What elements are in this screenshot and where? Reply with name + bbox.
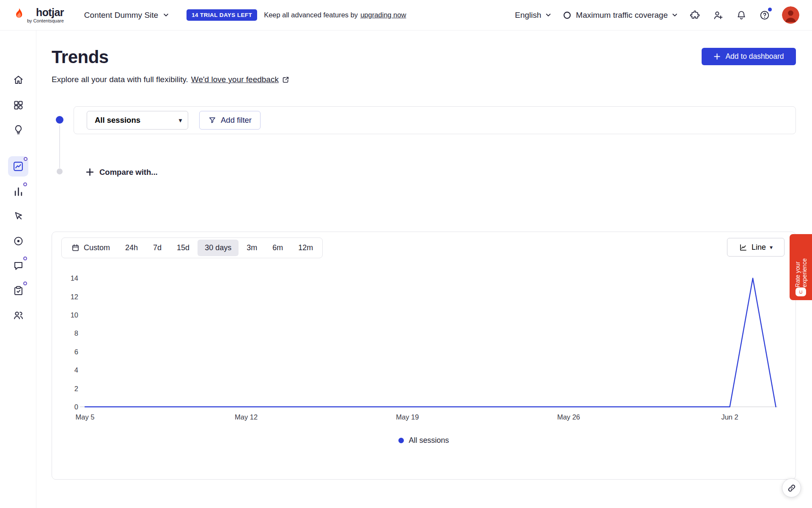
site-name: Content Dummy Site <box>84 11 158 20</box>
new-feature-dot <box>23 182 27 186</box>
svg-text:May 26: May 26 <box>557 413 580 421</box>
sidebar-item-dashboards[interactable] <box>8 95 28 115</box>
chart-legend: All sessions <box>52 436 796 445</box>
logo-wordmark: hotjar <box>36 7 64 18</box>
plus-icon <box>713 53 721 60</box>
range-tab-30days[interactable]: 30 days <box>198 240 239 256</box>
top-bar: hotjar by Contentsquare Content Dummy Si… <box>0 0 812 30</box>
svg-text:10: 10 <box>71 311 78 319</box>
sidebar-item-feedback[interactable] <box>8 256 28 275</box>
coverage-ring-icon <box>562 11 572 20</box>
help-icon <box>759 10 770 21</box>
user-plus-icon <box>713 10 724 21</box>
trial-days-badge: 14 TRIAL DAYS LEFT <box>187 9 257 21</box>
legend-color-dot <box>398 438 404 443</box>
bar-chart-icon <box>13 186 24 197</box>
range-tab-24h[interactable]: 24h <box>118 240 145 256</box>
clipboard-check-icon <box>13 285 24 296</box>
calendar-icon <box>71 243 80 252</box>
record-icon <box>13 235 24 247</box>
svg-text:May 12: May 12 <box>235 413 258 421</box>
sidebar-item-heatmaps[interactable] <box>8 206 28 226</box>
lightbulb-icon <box>13 124 24 135</box>
svg-text:6: 6 <box>74 348 78 356</box>
svg-text:May 19: May 19 <box>396 413 419 421</box>
speech-bubble-icon <box>13 260 24 271</box>
traffic-coverage-selector[interactable]: Maximum traffic coverage <box>562 11 678 20</box>
upgrade-link[interactable]: upgrading now <box>360 11 406 19</box>
legend-label: All sessions <box>409 436 449 445</box>
integrations-button[interactable] <box>689 9 701 21</box>
sidebar-item-trends[interactable] <box>8 156 28 177</box>
bell-icon <box>736 10 747 21</box>
svg-text:0: 0 <box>74 403 78 411</box>
feedback-link[interactable]: We'd love your feedback <box>191 75 279 84</box>
chart-type-dropdown[interactable]: Line ▾ <box>727 238 785 257</box>
help-button[interactable] <box>759 9 771 21</box>
chevron-down-icon: ▾ <box>770 244 773 251</box>
chevron-down-icon <box>672 12 678 18</box>
notifications-button[interactable] <box>735 9 747 21</box>
range-tab-7d[interactable]: 7d <box>146 240 169 256</box>
filter-panel: All sessions ▾ Add filter <box>74 106 796 134</box>
sidebar-item-highlights[interactable] <box>8 120 28 139</box>
range-tab-15d[interactable]: 15d <box>170 240 197 256</box>
trial-message: Keep all advanced features by upgrading … <box>264 11 406 19</box>
svg-text:4: 4 <box>74 366 78 374</box>
plus-icon <box>86 168 94 176</box>
connector-line <box>59 125 60 168</box>
line-chart-icon <box>739 243 748 252</box>
trends-line-chart[interactable]: 02468101214May 5May 12May 19May 26Jun 2 <box>52 270 796 431</box>
filter-funnel-icon <box>208 116 217 124</box>
page-subtitle: Explore all your data with full flexibil… <box>52 75 290 84</box>
range-tab-3m[interactable]: 3m <box>239 240 264 256</box>
svg-text:14: 14 <box>71 274 78 282</box>
dashboard-grid-icon <box>13 99 24 111</box>
compare-with-button[interactable]: Compare with... <box>86 166 158 178</box>
svg-text:8: 8 <box>74 329 78 337</box>
svg-text:2: 2 <box>74 385 78 392</box>
flame-icon <box>13 7 24 19</box>
series-color-dot <box>56 116 63 124</box>
chevron-down-icon <box>546 12 551 18</box>
sidebar-item-home[interactable] <box>8 70 28 89</box>
page-title: Trends <box>52 45 109 69</box>
trends-icon <box>12 160 24 172</box>
share-link-button[interactable] <box>782 478 801 497</box>
avatar[interactable] <box>782 6 799 24</box>
range-tab-custom[interactable]: Custom <box>64 240 117 256</box>
add-filter-button[interactable]: Add filter <box>199 111 261 130</box>
sidebar-item-recordings[interactable] <box>8 231 28 251</box>
smiley-icon <box>796 287 806 296</box>
svg-text:12: 12 <box>71 293 78 301</box>
cursor-icon <box>13 210 24 222</box>
invite-user-button[interactable] <box>712 9 724 21</box>
sidebar-item-surveys[interactable] <box>8 281 28 300</box>
new-feature-dot <box>24 157 27 161</box>
chevron-down-icon <box>163 12 169 18</box>
svg-text:May 5: May 5 <box>76 413 95 421</box>
chevron-down-icon: ▾ <box>179 117 182 124</box>
sidebar-item-funnels[interactable] <box>8 182 28 201</box>
range-tab-12m[interactable]: 12m <box>291 240 320 256</box>
trends-chart-card: Custom 24h 7d 15d 30 days 3m 6m 12m Line… <box>52 232 796 480</box>
hotjar-logo[interactable]: hotjar by Contentsquare <box>13 7 64 23</box>
add-to-dashboard-button[interactable]: Add to dashboard <box>702 48 796 65</box>
logo-byline: by Contentsquare <box>27 18 64 23</box>
puzzle-icon <box>689 10 700 21</box>
external-link-icon <box>282 76 290 84</box>
sidebar-item-team[interactable] <box>8 305 28 325</box>
site-selector[interactable]: Content Dummy Site <box>84 11 169 20</box>
link-icon <box>787 483 796 493</box>
language-selector[interactable]: English <box>515 11 551 20</box>
users-icon <box>13 309 24 321</box>
range-tab-6m[interactable]: 6m <box>265 240 290 256</box>
rate-experience-label: Rate your experience <box>794 239 808 287</box>
sidebar <box>0 30 36 508</box>
rate-experience-tab[interactable]: Rate your experience <box>790 234 812 300</box>
svg-text:Jun 2: Jun 2 <box>721 413 738 421</box>
avatar-image <box>782 6 799 24</box>
segment-dropdown[interactable]: All sessions ▾ <box>87 111 188 130</box>
compare-series-dot <box>57 168 63 174</box>
new-feature-dot <box>23 282 27 285</box>
